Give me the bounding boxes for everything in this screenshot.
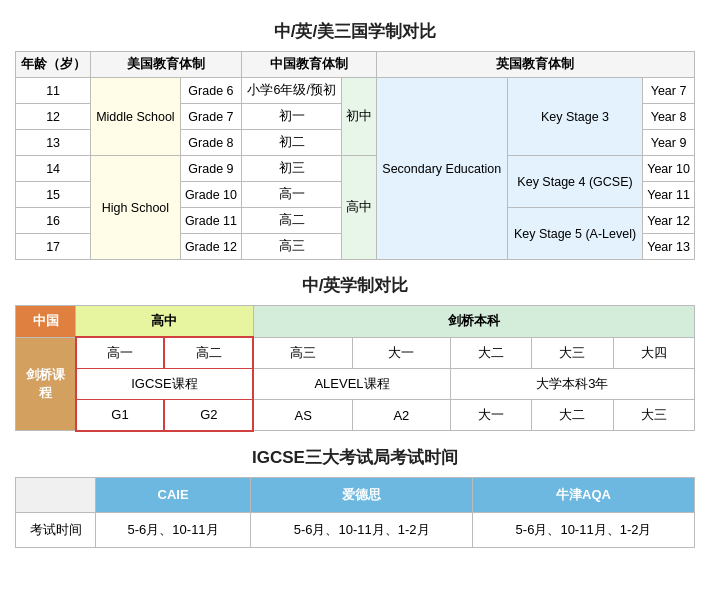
dayi-cell: 大一 [352,337,450,369]
table-row: 剑桥课程 高一 高二 高三 大一 大二 大三 大四 [16,337,695,369]
table-row: 11 Middle School Grade 6 小学6年级/预初 初中 Sec… [16,78,695,104]
us-grade-cell: Grade 12 [180,234,242,260]
g2-cell: G2 [164,400,253,431]
china-label: 中国 [16,306,76,338]
uk-year-cell: Year 11 [643,182,695,208]
age-cell: 11 [16,78,91,104]
cambridge-label: 剑桥课程 [16,337,76,431]
cn-sub-cell: 初三 [242,156,342,182]
title2: 中/英学制对比 [15,274,695,297]
table2: 中国 高中 剑桥本科 剑桥课程 高一 高二 高三 大一 大二 大三 大四 IGC… [15,305,695,432]
age-cell: 17 [16,234,91,260]
title1: 中/英/美三国学制对比 [15,20,695,43]
a2-cell: A2 [352,400,450,431]
as-cell: AS [253,400,352,431]
cn-sub-cell: 高二 [242,208,342,234]
table-row: 14 High School Grade 9 初三 高中 Key Stage 4… [16,156,695,182]
caie-time: 5-6月、10-11月 [96,512,251,547]
col-uk: 英国教育体制 [376,52,695,78]
caie-header: CAIE [96,477,251,512]
dasi-cell: 大四 [613,337,694,369]
table-row: G1 G2 AS A2 大一 大二 大三 [16,400,695,431]
table3: CAIE 爱德思 牛津AQA 考试时间 5-6月、10-11月 5-6月、10-… [15,477,695,548]
us-grade-cell: Grade 8 [180,130,242,156]
title3: IGCSE三大考试局考试时间 [15,446,695,469]
table-row: 中国 高中 剑桥本科 [16,306,695,338]
igcse-cell: IGCSE课程 [76,369,254,400]
us-grade-cell: Grade 6 [180,78,242,104]
gaoer-cell: 高二 [164,337,253,369]
uk-year-cell: Year 7 [643,78,695,104]
cn-sub-cell: 小学6年级/预初 [242,78,342,104]
table-row: 考试时间 5-6月、10-11月 5-6月、10-11月、1-2月 5-6月、1… [16,512,695,547]
age-cell: 14 [16,156,91,182]
uk-sec-cell: Secondary Education [376,78,507,260]
col-us: 美国教育体制 [91,52,242,78]
cn-group-cell: 初中 [342,78,376,156]
uk-year-cell: Year 9 [643,130,695,156]
uk-stage-cell: Key Stage 3 [507,78,642,156]
table2-wrap: 中国 高中 剑桥本科 剑桥课程 高一 高二 高三 大一 大二 大三 大四 IGC… [15,305,695,432]
cn-sub-cell: 高一 [242,182,342,208]
aiwei-header: 爱德思 [251,477,473,512]
uk-year-cell: Year 13 [643,234,695,260]
col-cn: 中国教育体制 [242,52,376,78]
us-grade-cell: Grade 10 [180,182,242,208]
alevel-cell: ALEVEL课程 [253,369,450,400]
niujin-header: 牛津AQA [473,477,695,512]
uk-year-cell: Year 12 [643,208,695,234]
aiwei-time: 5-6月、10-11月、1-2月 [251,512,473,547]
table-header-row: CAIE 爱德思 牛津AQA [16,477,695,512]
uni-y1-cell: 大一 [450,400,531,431]
table1-wrap: 年龄（岁） 美国教育体制 中国教育体制 英国教育体制 11 Middle Sch… [15,51,695,260]
us-group-cell: High School [91,156,180,260]
gaozhong-label: 高中 [76,306,254,338]
g1-cell: G1 [76,400,165,431]
uni3y-cell: 大学本科3年 [450,369,694,400]
cn-group-cell: 高中 [342,156,376,260]
cn-sub-cell: 初一 [242,104,342,130]
cn-sub-cell: 初二 [242,130,342,156]
dasan-cell: 大三 [532,337,613,369]
uni-y3-cell: 大三 [613,400,694,431]
empty-header [16,477,96,512]
spacer: 剑桥本科 [253,306,694,338]
uk-year-cell: Year 10 [643,156,695,182]
table1: 年龄（岁） 美国教育体制 中国教育体制 英国教育体制 11 Middle Sch… [15,51,695,260]
daer-cell: 大二 [450,337,531,369]
age-cell: 13 [16,130,91,156]
gaoyi-cell: 高一 [76,337,165,369]
table3-wrap: CAIE 爱德思 牛津AQA 考试时间 5-6月、10-11月 5-6月、10-… [15,477,695,548]
age-cell: 12 [16,104,91,130]
uk-year-cell: Year 8 [643,104,695,130]
uk-stage-cell: Key Stage 5 (A-Level) [507,208,642,260]
uk-stage-cell: Key Stage 4 (GCSE) [507,156,642,208]
us-grade-cell: Grade 9 [180,156,242,182]
cn-sub-cell: 高三 [242,234,342,260]
col-age: 年龄（岁） [16,52,91,78]
uni-y2-cell: 大二 [532,400,613,431]
age-cell: 16 [16,208,91,234]
us-grade-cell: Grade 7 [180,104,242,130]
exam-time-label: 考试时间 [16,512,96,547]
age-cell: 15 [16,182,91,208]
us-grade-cell: Grade 11 [180,208,242,234]
niujin-time: 5-6月、10-11月、1-2月 [473,512,695,547]
gaosan-cell: 高三 [253,337,352,369]
us-group-cell: Middle School [91,78,180,156]
table-row: IGCSE课程 ALEVEL课程 大学本科3年 [16,369,695,400]
